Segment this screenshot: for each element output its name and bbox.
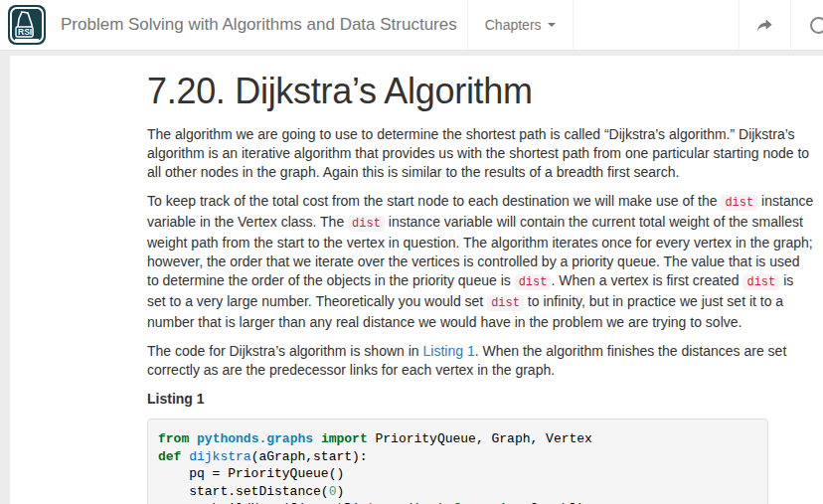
chapters-label: Chapters <box>485 17 542 33</box>
listing-link[interactable]: Listing 1 <box>423 343 475 359</box>
code-token-pl: (aGraph,start): <box>251 449 368 464</box>
runestone-logo-icon[interactable]: RSI <box>8 5 46 45</box>
paragraph: To keep track of the total cost from the… <box>147 192 815 332</box>
code-token-pl: start.setDistance( <box>158 484 329 499</box>
share-button[interactable] <box>739 0 790 50</box>
top-navbar: RSI Problem Solving with Algorithms and … <box>0 0 823 51</box>
code-token-pl: ) <box>336 484 344 499</box>
inline-code: dist <box>742 274 779 290</box>
code-token-kw: def <box>158 449 181 464</box>
chapters-menu[interactable]: Chapters <box>467 0 574 50</box>
code-token-pl: PriorityQueue, Graph, Vertex <box>368 431 592 446</box>
inline-code: dist <box>721 195 757 211</box>
brand[interactable]: RSI Problem Solving with Algorithms and … <box>0 0 457 50</box>
svg-text:RSI: RSI <box>18 27 32 37</box>
circle-icon <box>810 17 823 34</box>
chevron-down-icon <box>548 23 556 27</box>
content-panel: 7.20. Dijkstra’s Algorithm The algorithm… <box>10 56 823 504</box>
inline-code: dist <box>487 295 524 311</box>
code-token-kw: import <box>321 431 368 446</box>
code-token-kw: from <box>158 431 189 446</box>
code-listing: from pythonds.graphs import PriorityQueu… <box>147 419 768 504</box>
code-token-pl <box>189 431 197 446</box>
page-title: 7.20. Dijkstra’s Algorithm <box>147 72 807 111</box>
app-title[interactable]: Problem Solving with Algorithms and Data… <box>61 15 457 35</box>
paragraph: The code for Dijkstra’s algorithm is sho… <box>147 342 815 380</box>
code-token-nf: dijkstra <box>189 449 250 464</box>
article: 7.20. Dijkstra’s Algorithm The algorithm… <box>10 56 815 504</box>
code-token-pl: pq = PriorityQueue() <box>158 466 344 481</box>
inline-code: dist <box>515 274 552 290</box>
navbar-spacer <box>574 0 739 50</box>
paragraph: The algorithm we are going to use to det… <box>147 125 815 182</box>
code-token-nn: pythonds.graphs <box>197 431 313 446</box>
article-body: The algorithm we are going to use to det… <box>147 125 807 380</box>
share-arrow-icon <box>755 16 774 35</box>
nav-extra-button[interactable] <box>790 0 823 50</box>
listing-caption: Listing 1 <box>147 390 815 409</box>
code-token-pl <box>313 431 321 446</box>
inline-code: dist <box>348 216 385 232</box>
